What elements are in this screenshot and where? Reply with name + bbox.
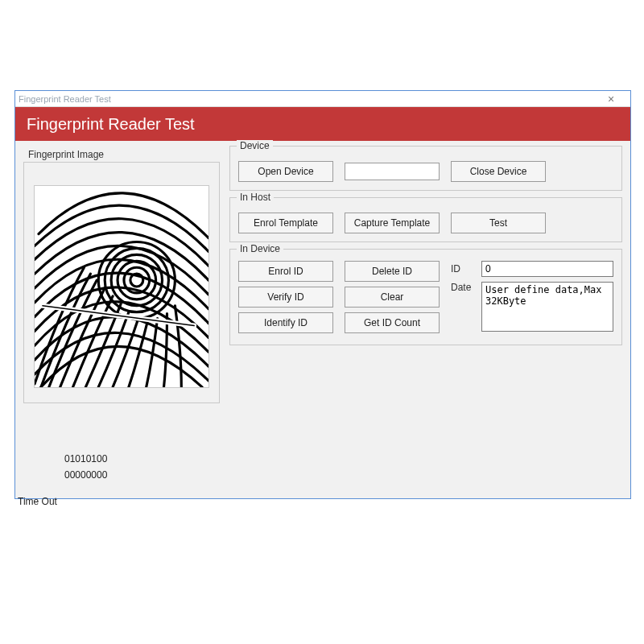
clear-button[interactable]: Clear [345,287,440,308]
in-device-group-label: In Device [237,243,283,254]
date-label: Date [451,282,475,293]
test-button[interactable]: Test [451,213,546,233]
close-button[interactable]: × [598,91,624,107]
left-column: Fingerprint Image [23,146,220,403]
app-window: Fingerprint Reader Test × Fingerprint Re… [14,90,631,499]
device-group: Device Open Device Close Device [229,146,622,191]
titlebar-text: Fingerprint Reader Test [19,94,111,104]
get-id-count-button[interactable]: Get ID Count [345,312,440,333]
content-area: Fingerprint Image [15,141,630,403]
status-line-2: 00000000 [64,467,631,483]
enrol-id-button[interactable]: Enrol ID [238,261,333,282]
banner-title: Fingerprint Reader Test [27,115,195,134]
status-line-1: 01010100 [64,451,631,467]
capture-template-button[interactable]: Capture Template [345,213,440,233]
in-host-group: In Host Enrol Template Capture Template … [229,197,622,242]
titlebar: Fingerprint Reader Test × [15,91,630,107]
banner: Fingerprint Reader Test [15,107,630,141]
close-device-button[interactable]: Close Device [451,161,546,182]
device-status-input[interactable] [345,163,440,180]
fingerprint-image-panel [23,162,220,403]
fingerprint-image [34,185,209,388]
id-label: ID [451,263,475,275]
fingerprint-image-label: Fingerprint Image [28,149,220,160]
delete-id-button[interactable]: Delete ID [345,261,440,282]
in-host-group-label: In Host [237,192,274,203]
identify-id-button[interactable]: Identify ID [238,312,333,333]
id-input[interactable] [481,261,613,277]
status-block: 01010100 00000000 Time Out [14,451,631,507]
enrol-template-button[interactable]: Enrol Template [238,213,333,233]
right-column: Device Open Device Close Device In Host … [229,146,622,403]
date-textarea[interactable] [481,282,613,332]
verify-id-button[interactable]: Verify ID [238,287,333,308]
status-timeout: Time Out [18,496,631,507]
in-device-group: In Device Enrol ID Verify ID Identify ID… [229,249,622,345]
device-group-label: Device [237,140,273,151]
open-device-button[interactable]: Open Device [238,161,333,182]
